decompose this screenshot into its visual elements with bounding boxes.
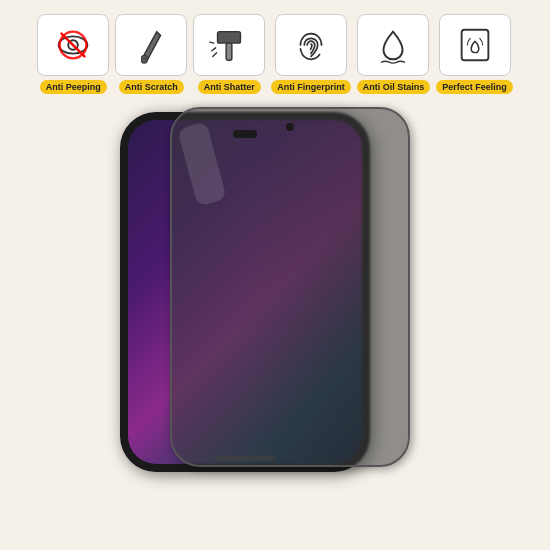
privacy-camera-cutout bbox=[286, 123, 294, 131]
fingerprint-icon bbox=[290, 24, 332, 66]
svg-rect-6 bbox=[226, 43, 232, 60]
anti-scratch-label: Anti Scratch bbox=[119, 80, 184, 94]
svg-line-8 bbox=[210, 42, 214, 43]
eye-slash-icon bbox=[52, 24, 94, 66]
water-drop-icon bbox=[372, 24, 414, 66]
touch-icon bbox=[454, 24, 496, 66]
perfect-feeling-icon-box bbox=[439, 14, 511, 76]
perfect-feeling-label: Perfect Feeling bbox=[436, 80, 513, 94]
feature-anti-peeping: Anti Peeping bbox=[37, 14, 109, 94]
svg-line-9 bbox=[213, 53, 217, 57]
knife-icon bbox=[130, 24, 172, 66]
anti-oil-icon-box bbox=[357, 14, 429, 76]
phone-notch bbox=[233, 130, 257, 138]
svg-rect-4 bbox=[142, 56, 148, 64]
anti-peeping-icon-box bbox=[37, 14, 109, 76]
features-row: Anti Peeping Anti Scratch bbox=[0, 0, 550, 102]
feature-anti-scratch: Anti Scratch bbox=[115, 14, 187, 94]
feature-anti-oil: Anti Oil Stains bbox=[357, 14, 431, 94]
hammer-icon bbox=[208, 24, 250, 66]
anti-fingerprint-icon-box bbox=[275, 14, 347, 76]
svg-line-7 bbox=[212, 48, 216, 51]
anti-oil-label: Anti Oil Stains bbox=[357, 80, 431, 94]
feature-anti-shatter: Anti Shatter bbox=[193, 14, 265, 94]
svg-rect-10 bbox=[461, 30, 488, 61]
phone-wrapper bbox=[120, 112, 430, 472]
anti-scratch-icon-box bbox=[115, 14, 187, 76]
feature-perfect-feeling: Perfect Feeling bbox=[436, 14, 513, 94]
anti-shatter-icon-box bbox=[193, 14, 265, 76]
svg-rect-5 bbox=[218, 32, 241, 43]
privacy-screen-protector bbox=[170, 107, 410, 467]
anti-fingerprint-label: Anti Fingerprint bbox=[271, 80, 351, 94]
anti-shatter-label: Anti Shatter bbox=[198, 80, 261, 94]
anti-peeping-label: Anti Peeping bbox=[40, 80, 107, 94]
feature-anti-fingerprint: Anti Fingerprint bbox=[271, 14, 351, 94]
phone-section bbox=[0, 102, 550, 550]
